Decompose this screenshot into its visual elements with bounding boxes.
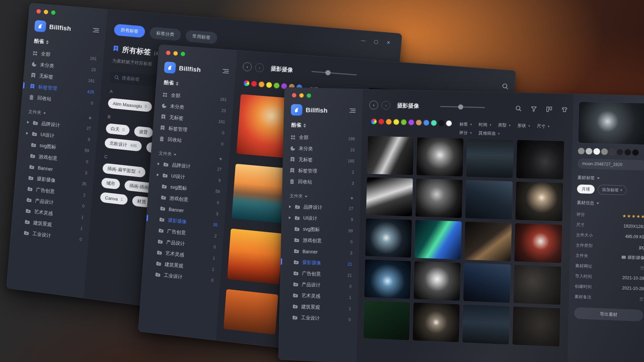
expand-caret-icon[interactable]: [155, 197, 158, 197]
expand-caret-icon[interactable]: [149, 274, 152, 274]
expand-caret-icon[interactable]: [19, 221, 21, 221]
color-swatch[interactable]: [593, 148, 600, 155]
back-button[interactable]: ‹: [243, 62, 252, 71]
photo-thumbnail[interactable]: [365, 218, 412, 258]
photo-thumbnail[interactable]: [515, 182, 563, 222]
color-filter-dot[interactable]: [273, 82, 280, 89]
sidebar-item-uncategorized[interactable]: 未分类 23: [290, 143, 355, 156]
filter-dropdown[interactable]: 标签▼: [459, 121, 472, 127]
tag-view-tab[interactable]: 标签分类: [149, 27, 181, 41]
maximize-traffic-button[interactable]: [180, 52, 185, 56]
tag-pill[interactable]: 城市: [101, 177, 120, 189]
filter-dropdown[interactable]: 形状▼: [517, 123, 531, 129]
collapse-sidebar-icon[interactable]: [350, 108, 356, 115]
color-filter-dot[interactable]: [251, 81, 257, 87]
library-switcher[interactable]: 酷雀: [34, 38, 98, 50]
photo-thumbnail[interactable]: [514, 223, 562, 263]
photo-thumbnail[interactable]: [416, 179, 463, 218]
expand-caret-icon[interactable]: [26, 132, 29, 135]
layout-columns-icon[interactable]: [546, 106, 552, 113]
library-switcher[interactable]: 酷雀: [291, 122, 355, 130]
tag-pill[interactable]: 月球: [577, 184, 595, 194]
expand-caret-icon[interactable]: [154, 207, 157, 208]
minimize-traffic-button[interactable]: [299, 93, 304, 98]
photo-thumbnail[interactable]: [516, 140, 564, 179]
photo-thumbnail[interactable]: [364, 259, 411, 299]
photo-thumbnail[interactable]: [466, 138, 514, 178]
zoom-slider-thumb[interactable]: [458, 104, 464, 110]
color-swatch[interactable]: [632, 149, 639, 156]
filter-dropdown[interactable]: 类型▼: [498, 122, 511, 128]
expand-caret-icon[interactable]: [152, 241, 154, 241]
collapse-sidebar-icon[interactable]: [93, 28, 99, 35]
zoom-slider[interactable]: [311, 71, 357, 75]
filename-field[interactable]: moon-2048727_1920: [578, 158, 644, 171]
library-switcher[interactable]: 酷雀: [164, 79, 228, 90]
minimize-traffic-button[interactable]: [44, 10, 48, 14]
tag-pill[interactable]: Alim Maasoglu 0: [108, 98, 152, 112]
tag-view-tab[interactable]: 所有标签: [114, 24, 146, 38]
filter-dropdown[interactable]: 评分▼: [459, 130, 472, 136]
expand-caret-icon[interactable]: [21, 188, 24, 188]
maximize-traffic-button[interactable]: [51, 10, 56, 15]
color-swatch[interactable]: [624, 149, 631, 156]
photo-thumbnail[interactable]: [366, 177, 413, 216]
color-swatch[interactable]: [586, 148, 592, 155]
filter-dropdown[interactable]: 尺寸▼: [537, 123, 550, 129]
search-icon[interactable]: [502, 83, 509, 90]
expand-caret-icon[interactable]: [289, 205, 291, 208]
tag-pill[interactable]: 波普: [134, 126, 153, 138]
photo-thumbnail[interactable]: [463, 263, 511, 303]
expand-caret-icon[interactable]: [23, 166, 26, 166]
color-filter-dot[interactable]: [244, 80, 250, 86]
color-swatch[interactable]: [609, 148, 615, 155]
color-filter-dot[interactable]: [378, 119, 384, 125]
expand-caret-icon[interactable]: [18, 232, 20, 232]
photo-thumbnail[interactable]: [227, 229, 283, 285]
color-filter-dot[interactable]: [258, 81, 265, 87]
color-filter-dot[interactable]: [438, 120, 444, 126]
close-traffic-button[interactable]: [166, 51, 171, 55]
photo-thumbnail[interactable]: [415, 220, 462, 259]
sidebar-folder[interactable]: 工业设计 0: [286, 311, 351, 325]
shirt-icon[interactable]: [561, 107, 568, 113]
sidebar-item-all[interactable]: 全部 166: [290, 132, 355, 144]
filter-dropdown[interactable]: 时间▼: [479, 122, 492, 128]
expand-caret-icon[interactable]: [20, 210, 22, 210]
sidebar-item-trash[interactable]: 回收站 3: [289, 176, 354, 189]
tag-pill[interactable]: 北欧设计 486: [104, 138, 142, 152]
photo-thumbnail[interactable]: [513, 306, 560, 347]
expand-caret-icon[interactable]: [153, 219, 156, 219]
expand-caret-icon[interactable]: [153, 230, 155, 230]
photo-thumbnail[interactable]: [367, 136, 414, 175]
photo-thumbnail[interactable]: [464, 222, 512, 261]
tag-pill[interactable]: 插画-扁平面型 4: [102, 163, 146, 178]
tag-view-tab[interactable]: 常用标签: [185, 30, 218, 44]
tags-section-header[interactable]: 素材标签: [577, 175, 644, 182]
folders-section-header[interactable]: 文件夹 +: [289, 193, 354, 201]
expand-caret-icon[interactable]: [157, 162, 160, 165]
photo-thumbnail[interactable]: [223, 289, 278, 335]
sidebar-item-untagged[interactable]: 无标签 165: [290, 154, 355, 167]
color-filter-dot[interactable]: [401, 119, 407, 125]
expand-caret-icon[interactable]: [151, 252, 154, 252]
zoom-slider-thumb[interactable]: [325, 70, 331, 75]
expand-caret-icon[interactable]: [20, 199, 23, 199]
forward-button[interactable]: ›: [381, 101, 390, 110]
photo-thumbnail[interactable]: [414, 261, 461, 301]
expand-caret-icon[interactable]: [22, 177, 25, 177]
color-filter-dot[interactable]: [393, 119, 399, 125]
export-button[interactable]: 导出素材: [574, 307, 643, 321]
color-filter-dot[interactable]: [266, 82, 272, 88]
preview-thumbnail[interactable]: [578, 102, 644, 145]
close-traffic-button[interactable]: [292, 93, 296, 98]
color-filter-dot[interactable]: [431, 120, 437, 126]
tag-pill[interactable]: Canva 1: [100, 192, 128, 205]
maximize-button[interactable]: ▢: [374, 39, 379, 45]
photo-thumbnail[interactable]: [413, 302, 460, 342]
color-filter-dot[interactable]: [408, 119, 414, 125]
minimize-button[interactable]: —: [361, 38, 366, 43]
color-swatch[interactable]: [578, 148, 585, 155]
add-tag-button[interactable]: 添加标签 +: [598, 185, 627, 195]
expand-caret-icon[interactable]: [156, 186, 158, 186]
